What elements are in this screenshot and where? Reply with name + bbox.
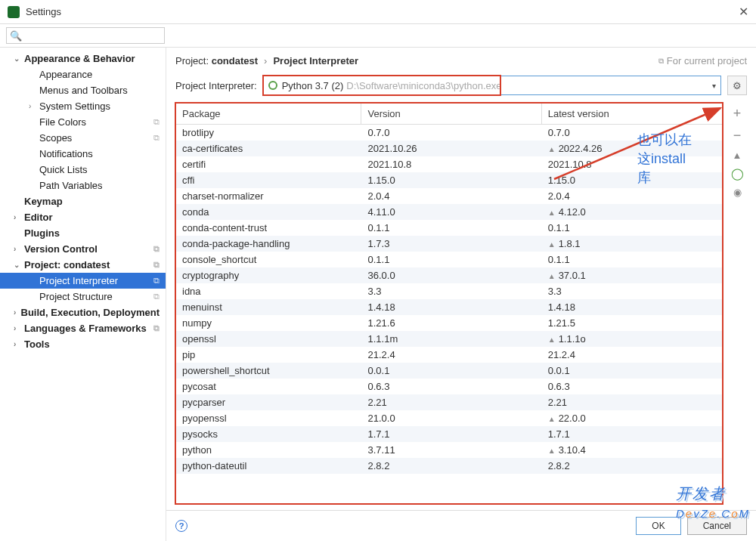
table-row[interactable]: powershell_shortcut0.0.10.0.1 (176, 363, 722, 379)
sidebar-label: Version Control (24, 243, 98, 255)
cell-package: console_shortcut (176, 252, 361, 267)
gear-icon: ⚙ (733, 80, 742, 91)
show-button[interactable]: ◉ (730, 187, 745, 198)
refresh-button[interactable]: ◯ (730, 167, 745, 181)
settings-tree[interactable]: ⌄Appearance & BehaviorAppearanceMenus an… (0, 48, 166, 541)
col-latest[interactable]: Latest version (542, 104, 722, 124)
ok-button[interactable]: OK (636, 517, 680, 535)
sidebar-item-project-condatest[interactable]: ⌄Project: condatest⧉ (0, 257, 166, 273)
body: ⌄Appearance & BehaviorAppearanceMenus an… (0, 48, 756, 541)
sidebar-item-scopes[interactable]: Scopes⧉ (0, 130, 166, 146)
add-package-button[interactable]: + (730, 106, 745, 122)
cell-package: pyopenssl (176, 410, 361, 426)
table-row[interactable]: numpy1.21.61.21.5 (176, 315, 722, 331)
table-row[interactable]: ca-certificates2021.10.26▲2022.4.26 (176, 141, 722, 156)
close-icon[interactable]: ✕ (739, 5, 748, 19)
sidebar-item-appearance[interactable]: Appearance (0, 66, 166, 82)
table-row[interactable]: pyopenssl21.0.0▲22.0.0 (176, 410, 722, 426)
window-title: Settings (26, 6, 61, 17)
table-row[interactable]: console_shortcut0.1.10.1.1 (176, 252, 722, 267)
cell-version: 4.11.0 (361, 204, 541, 220)
sidebar-item-menus-and-toolbars[interactable]: Menus and Toolbars (0, 82, 166, 98)
breadcrumb-sep: › (264, 55, 267, 66)
cell-package: numpy (176, 315, 361, 331)
col-package[interactable]: Package (176, 104, 361, 124)
sidebar-item-quick-lists[interactable]: Quick Lists (0, 162, 166, 178)
cell-version: 0.0.1 (361, 363, 541, 379)
main-panel: Project: condatest › Project Interpreter… (166, 48, 756, 541)
cell-package: ca-certificates (176, 141, 361, 156)
table-row[interactable]: pycosat0.6.30.6.3 (176, 379, 722, 394)
table-row[interactable]: menuinst1.4.181.4.18 (176, 299, 722, 315)
col-version[interactable]: Version (361, 104, 541, 124)
chevron-icon: › (14, 245, 23, 253)
chevron-icon: › (14, 213, 23, 221)
cancel-button[interactable]: Cancel (687, 517, 747, 535)
table-row[interactable]: brotlipy0.7.00.7.0 (176, 125, 722, 141)
sidebar-label: Editor (24, 212, 53, 223)
cell-package: certifi (176, 156, 361, 172)
sidebar-item-notifications[interactable]: Notifications (0, 146, 166, 162)
upgrade-indicator-icon: ▲ (548, 209, 556, 217)
cell-latest: ▲3.10.4 (542, 442, 722, 458)
sidebar-label: Scopes (39, 132, 72, 144)
sidebar-item-keymap[interactable]: Keymap (0, 193, 166, 209)
upgrade-indicator-icon: ▲ (548, 240, 556, 249)
cell-package: menuinst (176, 299, 361, 315)
table-row[interactable]: pysocks1.7.11.7.1 (176, 426, 722, 442)
search-box[interactable]: 🔍 (6, 27, 165, 44)
cell-version: 2021.10.8 (361, 156, 541, 172)
table-row[interactable]: conda4.11.0▲4.12.0 (176, 204, 722, 220)
cell-latest: 2021.10.8 (542, 156, 722, 172)
sidebar-label: Notifications (39, 148, 93, 159)
sidebar-item-languages-frameworks[interactable]: ›Languages & Frameworks⧉ (0, 320, 166, 336)
cell-version: 0.1.1 (361, 220, 541, 236)
gear-button[interactable]: ⚙ (727, 76, 747, 95)
upgrade-package-button[interactable]: ▲ (730, 150, 745, 161)
cell-latest: 2.0.4 (542, 188, 722, 204)
sidebar-item-file-colors[interactable]: File Colors⧉ (0, 114, 166, 130)
help-button[interactable]: ? (175, 520, 187, 532)
breadcrumb-project: Project: condatest (175, 55, 258, 66)
sidebar-label: Project Interpreter (39, 275, 118, 286)
sidebar-item-editor[interactable]: ›Editor (0, 209, 166, 225)
table-row[interactable]: python-dateutil2.8.22.8.2 (176, 458, 722, 474)
cell-version: 1.21.6 (361, 315, 541, 331)
table-row[interactable]: conda-package-handling1.7.3▲1.8.1 (176, 236, 722, 252)
settings-window: Settings ✕ 🔍 ⌄Appearance & BehaviorAppea… (0, 0, 756, 541)
sidebar-item-project-structure[interactable]: Project Structure⧉ (0, 289, 166, 305)
table-row[interactable]: cryptography36.0.0▲37.0.1 (176, 267, 722, 283)
cell-latest: ▲1.8.1 (542, 236, 722, 252)
table-row[interactable]: pycparser2.212.21 (176, 394, 722, 410)
chevron-icon: › (14, 340, 23, 348)
search-input[interactable] (24, 30, 161, 41)
sidebar-item-project-interpreter[interactable]: Project Interpreter⧉ (0, 273, 166, 289)
table-row[interactable]: charset-normalizer2.0.42.0.4 (176, 188, 722, 204)
table-row[interactable]: cffi1.15.01.15.0 (176, 172, 722, 188)
cell-latest: 0.1.1 (542, 252, 722, 267)
sidebar-item-plugins[interactable]: Plugins (0, 225, 166, 241)
sidebar-item-path-variables[interactable]: Path Variables (0, 178, 166, 193)
sidebar-item-version-control[interactable]: ›Version Control⧉ (0, 241, 166, 257)
table-row[interactable]: certifi2021.10.82021.10.8 (176, 156, 722, 172)
sidebar-label: File Colors (39, 116, 86, 128)
remove-package-button[interactable]: − (730, 128, 745, 144)
sidebar-item-system-settings[interactable]: ›System Settings (0, 98, 166, 114)
package-area: Package Version Latest version brotlipy0… (175, 103, 747, 504)
table-row[interactable]: conda-content-trust0.1.10.1.1 (176, 220, 722, 236)
cell-package: powershell_shortcut (176, 363, 361, 379)
sidebar-label: Appearance (39, 69, 92, 80)
cell-latest: ▲22.0.0 (542, 410, 722, 426)
sidebar-item-appearance-behavior[interactable]: ⌄Appearance & Behavior (0, 51, 166, 66)
sidebar-item-build-execution-deployment[interactable]: ›Build, Execution, Deployment (0, 305, 166, 320)
sidebar-item-tools[interactable]: ›Tools (0, 336, 166, 352)
interpreter-path: D:\Software\miniconda3\python.exe (346, 80, 501, 91)
table-row[interactable]: python3.7.11▲3.10.4 (176, 442, 722, 458)
table-row[interactable]: pip21.2.421.2.4 (176, 347, 722, 363)
cell-package: idna (176, 283, 361, 299)
interpreter-dropdown[interactable]: Python 3.7 (2) D:\Software\miniconda3\py… (263, 76, 721, 95)
table-body[interactable]: brotlipy0.7.00.7.0ca-certificates2021.10… (176, 125, 722, 503)
table-row[interactable]: openssl1.1.1m▲1.1.1o (176, 331, 722, 347)
cell-latest: 0.6.3 (542, 379, 722, 394)
table-row[interactable]: idna3.33.3 (176, 283, 722, 299)
